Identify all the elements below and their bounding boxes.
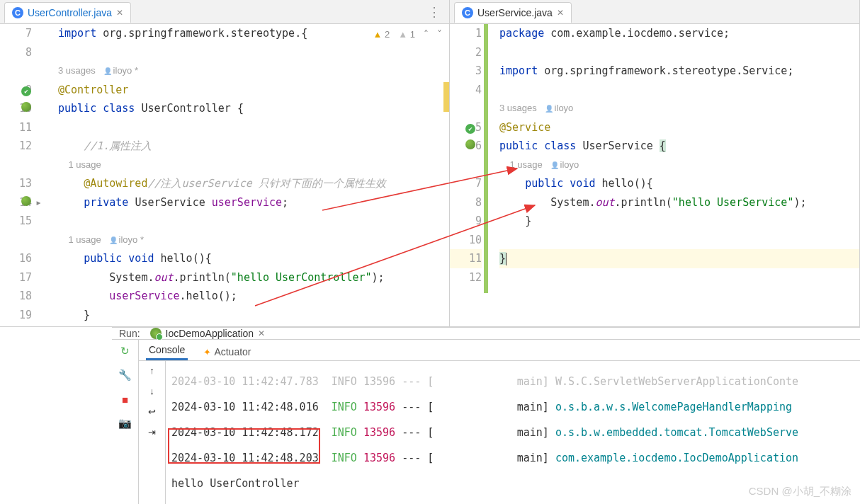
console-output[interactable]: 2024-03-10 11:42:47.783 INFO 13596 --- […: [166, 361, 860, 504]
console-toolbar: ↑ ↓ ↩ ⇥: [139, 361, 166, 504]
gutter-right: 1 2 3 4 5 ✔ 6 7 8 9 10 11 12: [450, 24, 491, 326]
java-class-icon: C: [12, 7, 23, 18]
down-button[interactable]: ↓: [149, 386, 154, 396]
tab-label: UserController.java: [28, 7, 112, 18]
close-icon[interactable]: ✕: [258, 328, 265, 338]
code-right[interactable]: package com.example.iocdemo.service; imp…: [491, 24, 859, 326]
rerun-button[interactable]: ↻: [118, 344, 132, 358]
actuator-icon: ✦: [203, 347, 211, 357]
tab-bar-right: C UserService.java ✕: [450, 0, 859, 24]
tab-label: UserService.java: [477, 7, 553, 18]
scroll-end-button[interactable]: ⇥: [148, 427, 156, 437]
file-tab-userservice[interactable]: C UserService.java ✕: [454, 2, 572, 23]
wrench-button[interactable]: 🔧: [118, 368, 132, 382]
run-config-tab[interactable]: IocDemoApplication ✕: [150, 328, 266, 339]
tab-bar-left: C UserController.java ✕ ⋮: [0, 0, 449, 24]
run-gutter-icon[interactable]: ✔: [21, 86, 31, 96]
run-header: Run: IocDemoApplication ✕: [112, 328, 860, 340]
bean-icon[interactable]: [465, 139, 475, 149]
camera-button[interactable]: 📷: [118, 416, 132, 430]
spring-boot-icon: [150, 328, 162, 339]
close-icon[interactable]: ✕: [557, 8, 564, 18]
watermark: CSDN @小胡_不糊涂: [749, 485, 851, 498]
editor-left[interactable]: ▲ 2 ▲ 1 ˄ ˅ 7 8 9 ✔ 10 11 12 13 14 ▸ 15 …: [0, 24, 449, 326]
bean-icon[interactable]: [21, 102, 31, 112]
run-gutter-icon[interactable]: ✔: [465, 124, 475, 134]
editor-pane-left: C UserController.java ✕ ⋮ ▲ 2 ▲ 1 ˄ ˅ 7 …: [0, 0, 450, 326]
java-class-icon: C: [462, 7, 473, 18]
up-button[interactable]: ↑: [149, 365, 154, 376]
console-tab[interactable]: Console: [146, 341, 188, 360]
stop-button[interactable]: ■: [118, 392, 132, 406]
soft-wrap-button[interactable]: ↩: [148, 406, 156, 417]
actuator-tab[interactable]: ✦Actuator: [200, 343, 254, 360]
tab-options-icon[interactable]: ⋮: [428, 4, 445, 20]
file-tab-usercontroller[interactable]: C UserController.java ✕: [4, 2, 131, 23]
run-panel: Run: IocDemoApplication ✕ ↻ 🔧 ■ 📷 Consol…: [112, 327, 860, 504]
bean-icon[interactable]: [21, 196, 31, 206]
run-subtabs: Console ✦Actuator: [139, 340, 860, 361]
code-left[interactable]: import org.springframework.stereotype.{ …: [50, 24, 449, 326]
editor-right[interactable]: 1 2 3 4 5 ✔ 6 7 8 9 10 11 12 package com…: [450, 24, 859, 326]
gutter-left: 7 8 9 ✔ 10 11 12 13 14 ▸ 15 16 17 18 19 …: [0, 24, 50, 326]
run-label: Run:: [119, 328, 140, 339]
editor-pane-right: C UserService.java ✕ 1 2 3 4 5 ✔ 6 7 8 9…: [450, 0, 860, 326]
close-icon[interactable]: ✕: [116, 8, 123, 18]
run-toolbar: ↻ 🔧 ■ 📷: [112, 340, 139, 504]
